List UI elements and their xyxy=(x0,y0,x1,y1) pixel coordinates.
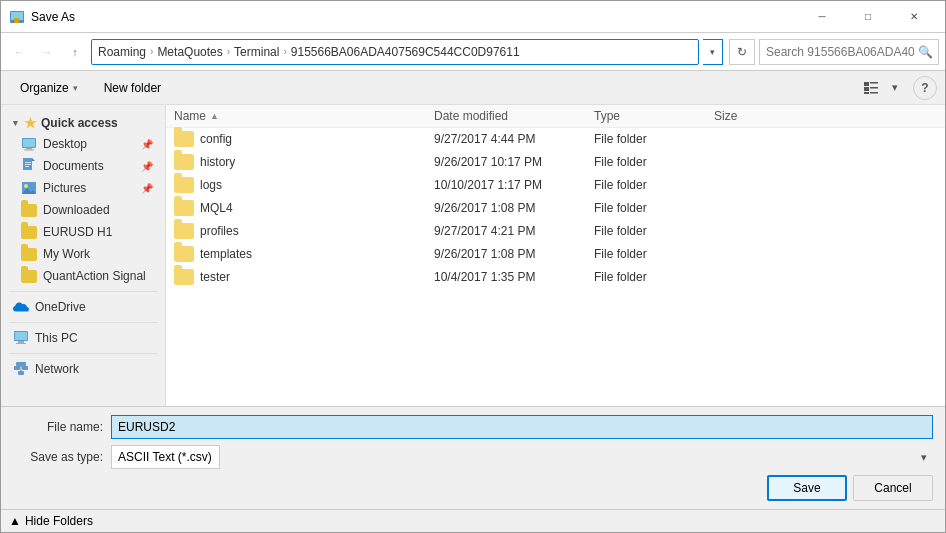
svg-rect-3 xyxy=(14,18,19,23)
sidebar-item-thispc[interactable]: This PC xyxy=(1,327,165,349)
folder-icon xyxy=(174,246,194,262)
svg-rect-8 xyxy=(864,92,869,94)
table-row[interactable]: profiles 9/27/2017 4:21 PM File folder xyxy=(166,220,945,243)
pictures-label: Pictures xyxy=(43,181,86,195)
main-content: ▾ ★ Quick access Desktop 📌 Documents xyxy=(1,105,945,406)
folder-icon xyxy=(174,177,194,193)
table-row[interactable]: MQL4 9/26/2017 1:08 PM File folder xyxy=(166,197,945,220)
sidebar-item-quantaction[interactable]: QuantAction Signal xyxy=(1,265,165,287)
sidebar-item-mywork[interactable]: My Work xyxy=(1,243,165,265)
folder-icon xyxy=(174,154,194,170)
column-header-size[interactable]: Size xyxy=(714,109,794,123)
mywork-icon xyxy=(21,246,37,262)
saveastype-wrapper: ASCII Text (*.csv) xyxy=(111,445,933,469)
new-folder-button[interactable]: New folder xyxy=(93,75,172,101)
table-row[interactable]: logs 10/10/2017 1:17 PM File folder xyxy=(166,174,945,197)
desktop-icon xyxy=(21,136,37,152)
svg-rect-24 xyxy=(18,341,24,343)
filename-label: File name: xyxy=(13,420,103,434)
organize-button[interactable]: Organize ▾ xyxy=(9,75,89,101)
address-dropdown-button[interactable]: ▾ xyxy=(703,39,723,65)
sidebar-item-eurusdh1[interactable]: EURUSD H1 xyxy=(1,221,165,243)
maximize-button[interactable]: □ xyxy=(845,1,891,33)
sidebar-item-pictures[interactable]: Pictures 📌 xyxy=(1,177,165,199)
sidebar-item-onedrive[interactable]: OneDrive xyxy=(1,296,165,318)
path-part-terminal: Terminal xyxy=(234,45,279,59)
path-chevron-3: › xyxy=(283,46,286,57)
cancel-button[interactable]: Cancel xyxy=(853,475,933,501)
svg-rect-9 xyxy=(870,92,878,94)
svg-rect-23 xyxy=(15,332,27,340)
table-row[interactable]: config 9/27/2017 4:44 PM File folder xyxy=(166,128,945,151)
svg-marker-15 xyxy=(32,158,35,161)
save-as-dialog: Save As ─ □ ✕ ← → ↑ Roaming › MetaQuotes… xyxy=(0,0,946,533)
svg-rect-11 xyxy=(23,139,35,147)
view-options-button[interactable] xyxy=(859,76,883,100)
table-row[interactable]: tester 10/4/2017 1:35 PM File folder xyxy=(166,266,945,289)
organize-dropdown-arrow: ▾ xyxy=(73,83,78,93)
view-dropdown-button[interactable]: ▾ xyxy=(883,76,907,100)
filename-row: File name: xyxy=(13,415,933,439)
table-row[interactable]: templates 9/26/2017 1:08 PM File folder xyxy=(166,243,945,266)
up-button[interactable]: ↑ xyxy=(63,40,87,64)
svg-rect-29 xyxy=(16,362,26,366)
search-wrapper: 🔍 xyxy=(759,39,939,65)
file-list-header: Name ▲ Date modified Type Size xyxy=(166,105,945,128)
sidebar-item-desktop[interactable]: Desktop 📌 xyxy=(1,133,165,155)
path-chevron-2: › xyxy=(227,46,230,57)
eurusdh1-label: EURUSD H1 xyxy=(43,225,112,239)
svg-rect-7 xyxy=(870,87,878,89)
saveastype-row: Save as type: ASCII Text (*.csv) xyxy=(13,445,933,469)
save-button[interactable]: Save xyxy=(767,475,847,501)
svg-rect-17 xyxy=(25,164,31,165)
filename-input[interactable] xyxy=(111,415,933,439)
sidebar-divider-1 xyxy=(9,291,157,292)
minimize-button[interactable]: ─ xyxy=(799,1,845,33)
sidebar-item-downloaded[interactable]: Downloaded xyxy=(1,199,165,221)
folder-icon xyxy=(174,269,194,285)
close-button[interactable]: ✕ xyxy=(891,1,937,33)
saveastype-select[interactable]: ASCII Text (*.csv) xyxy=(111,445,220,469)
address-path[interactable]: Roaming › MetaQuotes › Terminal › 915566… xyxy=(91,39,699,65)
folder-icon xyxy=(174,200,194,216)
svg-rect-12 xyxy=(26,148,32,150)
svg-rect-6 xyxy=(864,87,869,91)
window-controls: ─ □ ✕ xyxy=(799,1,937,33)
hide-folders-row[interactable]: ▲ Hide Folders xyxy=(1,509,945,532)
file-list: Name ▲ Date modified Type Size config 9/… xyxy=(166,105,945,406)
folder-icon xyxy=(174,131,194,147)
downloaded-label: Downloaded xyxy=(43,203,110,217)
documents-label: Documents xyxy=(43,159,104,173)
column-header-name[interactable]: Name ▲ xyxy=(174,109,434,123)
svg-rect-18 xyxy=(25,166,29,167)
hide-folders-chevron: ▲ xyxy=(9,514,21,528)
network-icon xyxy=(13,361,29,377)
sidebar-item-documents[interactable]: Documents 📌 xyxy=(1,155,165,177)
svg-rect-16 xyxy=(25,162,31,163)
table-row[interactable]: history 9/26/2017 10:17 PM File folder xyxy=(166,151,945,174)
sidebar-section-thispc: This PC xyxy=(1,327,165,349)
column-header-type[interactable]: Type xyxy=(594,109,714,123)
quickaccess-label: Quick access xyxy=(41,116,118,130)
svg-rect-5 xyxy=(870,82,878,84)
svg-rect-27 xyxy=(14,366,20,370)
documents-pin: 📌 xyxy=(141,161,153,172)
forward-button[interactable]: → xyxy=(35,40,59,64)
search-input[interactable] xyxy=(759,39,939,65)
back-button[interactable]: ← xyxy=(7,40,31,64)
quick-access-header[interactable]: ▾ ★ Quick access xyxy=(1,109,165,133)
sidebar-section-onedrive: OneDrive xyxy=(1,296,165,318)
refresh-button[interactable]: ↻ xyxy=(729,39,755,65)
quickaccess-chevron: ▾ xyxy=(13,118,18,128)
sidebar-section-network: Network xyxy=(1,358,165,380)
thispc-label: This PC xyxy=(35,331,78,345)
desktop-label: Desktop xyxy=(43,137,87,151)
name-sort-arrow: ▲ xyxy=(210,111,219,121)
help-button[interactable]: ? xyxy=(913,76,937,100)
hide-folders-label: Hide Folders xyxy=(25,514,93,528)
path-part-guid: 915566BA06ADA407569C544CC0D97611 xyxy=(291,45,520,59)
view-controls: ▾ ? xyxy=(859,76,937,100)
column-header-date[interactable]: Date modified xyxy=(434,109,594,123)
sidebar-item-network[interactable]: Network xyxy=(1,358,165,380)
path-chevron-1: › xyxy=(150,46,153,57)
